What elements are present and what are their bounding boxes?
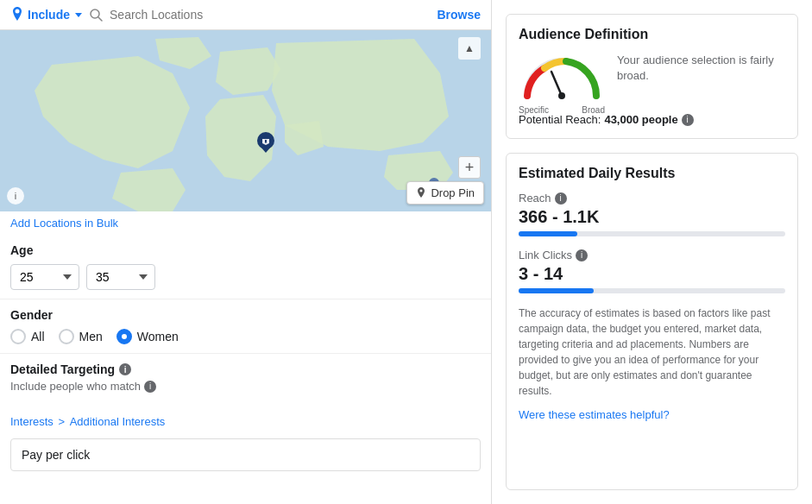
search-icon — [89, 8, 103, 22]
include-match-label: Include people who match i — [10, 380, 481, 393]
include-match-info-icon[interactable]: i — [144, 381, 156, 393]
age-row: 25 18 21 30 35 40 45 50 55 65+ 35 18 21 … — [10, 264, 481, 290]
gender-women-radio[interactable] — [116, 329, 132, 344]
detailed-targeting-info-icon[interactable]: i — [119, 363, 131, 375]
helpful-link[interactable]: Were these estimates helpful? — [519, 408, 670, 421]
include-button[interactable]: Include — [10, 7, 82, 22]
drop-pin-icon — [416, 187, 426, 199]
link-clicks-label: Link Clicks — [519, 249, 572, 261]
age-to-select[interactable]: 35 18 21 25 30 40 45 50 55 65+ — [86, 264, 155, 290]
interest-breadcrumb: Interests > Additional Interests — [0, 408, 491, 435]
potential-reach-value: 43,000 people — [604, 113, 677, 126]
gender-men-option[interactable]: Men — [59, 329, 103, 344]
add-locations-link[interactable]: Add Locations in Bulk — [0, 211, 491, 235]
gender-section: Gender All Men Women — [0, 299, 491, 354]
pin-icon — [10, 7, 24, 22]
targeting-item-text: Pay per click — [22, 448, 90, 462]
estimated-daily-title: Estimated Daily Results — [519, 166, 785, 181]
age-label: Age — [10, 243, 481, 257]
right-panel: Audience Definition — [492, 0, 812, 504]
link-clicks-bar-fill — [519, 288, 594, 293]
gender-row: All Men Women — [10, 329, 481, 344]
audience-description: Your audience selection is fairly broad. — [617, 53, 785, 84]
audience-definition-card: Audience Definition — [506, 14, 798, 139]
age-section: Age 25 18 21 30 35 40 45 50 55 65+ 35 18… — [0, 235, 491, 299]
map-zoom-plus-button[interactable]: + — [458, 156, 481, 179]
disclaimer-text: The accuracy of estimates is based on fa… — [519, 306, 785, 399]
reach-bar-bg — [519, 231, 785, 236]
gauge-row: Specific Broad Your audience selection i… — [519, 53, 785, 104]
reach-bar-fill — [519, 231, 577, 236]
gauge-wrap: Specific Broad — [519, 53, 605, 104]
detailed-targeting-title: Detailed Targeting — [10, 362, 115, 376]
svg-line-7 — [551, 72, 562, 96]
gender-all-option[interactable]: All — [10, 329, 45, 344]
audience-gauge — [519, 53, 605, 101]
gender-all-label: All — [31, 330, 45, 343]
audience-definition-title: Audience Definition — [519, 27, 785, 42]
link-clicks-bar-bg — [519, 288, 785, 293]
specific-label: Specific — [519, 105, 549, 115]
estimated-daily-card: Estimated Daily Results Reach i 366 - 1.… — [506, 153, 798, 490]
reach-metric: Reach i 366 - 1.1K — [519, 192, 785, 236]
link-clicks-info-icon[interactable]: i — [576, 249, 588, 261]
link-clicks-value: 3 - 14 — [519, 264, 785, 284]
broad-label: Broad — [582, 105, 605, 115]
reach-value: 366 - 1.1K — [519, 207, 785, 227]
additional-interests-link[interactable]: Additional Interests — [70, 415, 166, 428]
link-clicks-metric: Link Clicks i 3 - 14 — [519, 249, 785, 293]
gender-men-radio[interactable] — [59, 329, 74, 344]
detailed-targeting-header: Detailed Targeting i — [10, 362, 481, 376]
left-panel: Include Browse — [0, 0, 492, 504]
potential-reach: Potential Reach: 43,000 people i — [519, 113, 785, 126]
potential-reach-info-icon[interactable]: i — [682, 114, 694, 126]
detailed-targeting-section: Detailed Targeting i Include people who … — [0, 354, 491, 408]
gender-label: Gender — [10, 308, 481, 322]
reach-label: Reach — [519, 192, 551, 205]
gender-women-label: Women — [137, 330, 179, 343]
include-chevron-icon — [75, 13, 82, 17]
map-info-icon[interactable]: i — [7, 187, 24, 205]
drop-pin-button[interactable]: Drop Pin — [406, 181, 484, 205]
location-bar: Include Browse — [0, 0, 491, 30]
location-search-input[interactable] — [110, 8, 430, 22]
targeting-item-box: Pay per click — [10, 438, 481, 471]
breadcrumb-separator: > — [58, 415, 67, 428]
map-up-arrow-button[interactable]: ▲ — [458, 37, 481, 60]
browse-button[interactable]: Browse — [437, 8, 481, 22]
gender-all-radio[interactable] — [10, 329, 26, 344]
gender-women-option[interactable]: Women — [116, 329, 179, 344]
svg-point-8 — [558, 92, 565, 99]
reach-info-icon[interactable]: i — [555, 192, 567, 205]
age-from-select[interactable]: 25 18 21 30 35 40 45 50 55 65+ — [10, 264, 79, 290]
map-container: ▲ + i Drop Pin — [0, 30, 491, 211]
interests-link[interactable]: Interests — [10, 415, 54, 428]
svg-line-1 — [98, 17, 102, 21]
gender-men-label: Men — [79, 330, 103, 343]
